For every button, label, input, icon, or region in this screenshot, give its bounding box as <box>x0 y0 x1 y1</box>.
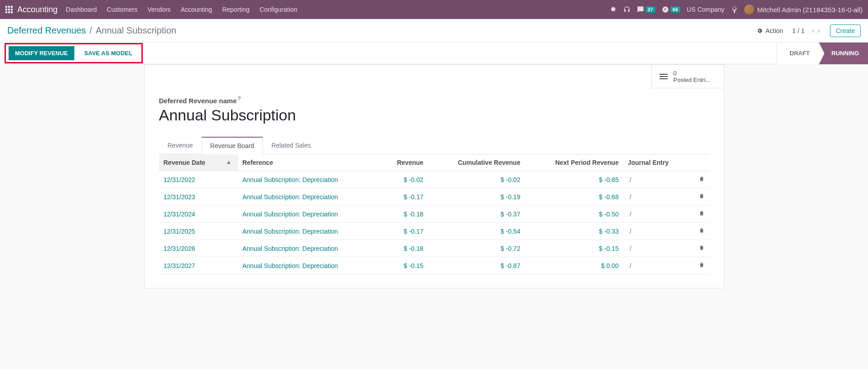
modify-revenue-button[interactable]: MODIFY REVENUE <box>9 46 74 60</box>
tools-icon[interactable] <box>731 6 738 13</box>
table-row[interactable]: 12/31/2024Annual Subscription: Depreciat… <box>159 206 709 223</box>
messages-icon[interactable]: 37 <box>637 6 655 13</box>
cell-revenue: $ -0.15 <box>380 257 428 274</box>
support-icon[interactable] <box>623 6 630 13</box>
cell-date[interactable]: 12/31/2025 <box>159 223 238 240</box>
messages-badge: 37 <box>645 6 655 13</box>
col-reference[interactable]: Reference <box>238 154 380 171</box>
cell-journal-entry[interactable]: / <box>623 240 691 257</box>
highlighted-actions: MODIFY REVENUE SAVE AS MODEL <box>5 43 143 63</box>
sort-asc-icon: ▲ <box>226 159 232 165</box>
save-as-model-button[interactable]: SAVE AS MODEL <box>78 46 139 60</box>
cell-cumulative: $ -0.19 <box>428 188 525 206</box>
svg-rect-3 <box>5 9 7 10</box>
action-dropdown[interactable]: Action <box>756 27 783 34</box>
stat-label: Posted Entri... <box>674 77 711 83</box>
table-row[interactable]: 12/31/2023Annual Subscription: Depreciat… <box>159 188 709 206</box>
cell-revenue: $ -0.18 <box>380 240 428 257</box>
tabs: Revenue Revenue Board Related Sales <box>159 137 709 154</box>
table-row[interactable]: 12/31/2027Annual Subscription: Depreciat… <box>159 257 709 274</box>
menu-customers[interactable]: Customers <box>107 6 138 13</box>
cell-journal-entry[interactable]: / <box>623 257 691 274</box>
cell-date[interactable]: 12/31/2027 <box>159 257 238 274</box>
table-row[interactable]: 12/31/2022Annual Subscription: Depreciat… <box>159 171 709 188</box>
cell-date[interactable]: 12/31/2022 <box>159 171 238 188</box>
cell-date[interactable]: 12/31/2026 <box>159 240 238 257</box>
cell-journal-entry[interactable]: / <box>623 223 691 240</box>
cell-date[interactable]: 12/31/2024 <box>159 206 238 223</box>
status-arrows: DRAFT RUNNING <box>776 43 868 64</box>
user-name: Mitchell Admin (21184353-16-0-all) <box>757 6 863 14</box>
cell-next: $ -0.33 <box>525 223 623 240</box>
delete-row-icon[interactable] <box>691 240 709 257</box>
status-draft[interactable]: DRAFT <box>776 43 819 64</box>
menu-vendors[interactable]: Vendors <box>147 6 170 13</box>
col-cumulative[interactable]: Cumulative Revenue <box>428 154 525 171</box>
company-selector[interactable]: US Company <box>687 6 724 13</box>
svg-rect-4 <box>8 9 10 10</box>
help-icon[interactable]: ? <box>238 96 241 102</box>
cell-cumulative: $ -0.72 <box>428 240 525 257</box>
cell-journal-entry[interactable]: / <box>623 188 691 206</box>
cell-revenue: $ -0.17 <box>380 223 428 240</box>
cell-cumulative: $ -0.02 <box>428 171 525 188</box>
apps-icon[interactable] <box>5 6 13 13</box>
pager-text[interactable]: 1 / 1 <box>792 27 805 34</box>
pager-prev-icon[interactable]: ‹ <box>811 26 815 35</box>
activities-icon[interactable]: 66 <box>662 6 680 13</box>
menu-reporting[interactable]: Reporting <box>222 6 250 13</box>
revenue-board-table: Revenue Date▲ Reference Revenue Cumulati… <box>159 154 709 274</box>
cell-journal-entry[interactable]: / <box>623 206 691 223</box>
nav-menu: Dashboard Customers Vendors Accounting R… <box>66 6 297 13</box>
action-label: Action <box>766 27 783 34</box>
col-next-period[interactable]: Next Period Revenue <box>525 154 623 171</box>
col-journal-entry[interactable]: Journal Entry <box>623 154 691 171</box>
col-revenue[interactable]: Revenue <box>380 154 428 171</box>
delete-row-icon[interactable] <box>691 188 709 206</box>
cell-next: $ 0.00 <box>525 257 623 274</box>
create-button[interactable]: Create <box>830 24 861 37</box>
cell-reference[interactable]: Annual Subscription: Depreciation <box>238 240 380 257</box>
posted-entries-stat[interactable]: 0 Posted Entri... <box>651 65 724 88</box>
main-navbar: Accounting Dashboard Customers Vendors A… <box>0 0 868 19</box>
cell-cumulative: $ -0.54 <box>428 223 525 240</box>
delete-row-icon[interactable] <box>691 171 709 188</box>
tab-revenue[interactable]: Revenue <box>159 137 202 154</box>
delete-row-icon[interactable] <box>691 223 709 240</box>
cell-next: $ -0.15 <box>525 240 623 257</box>
svg-rect-0 <box>5 6 7 8</box>
stat-count: 0 <box>674 70 711 77</box>
pager-next-icon[interactable]: › <box>816 26 821 35</box>
activities-badge: 66 <box>670 6 680 13</box>
cell-reference[interactable]: Annual Subscription: Depreciation <box>238 188 380 206</box>
delete-row-icon[interactable] <box>691 257 709 274</box>
cell-next: $ -0.85 <box>525 171 623 188</box>
cell-reference[interactable]: Annual Subscription: Depreciation <box>238 206 380 223</box>
debug-icon[interactable] <box>610 6 617 13</box>
svg-rect-1 <box>8 6 10 8</box>
col-revenue-date[interactable]: Revenue Date▲ <box>159 154 238 171</box>
cell-date[interactable]: 12/31/2023 <box>159 188 238 206</box>
tab-revenue-board[interactable]: Revenue Board <box>202 137 263 154</box>
cell-next: $ -0.68 <box>525 188 623 206</box>
table-row[interactable]: 12/31/2026Annual Subscription: Depreciat… <box>159 240 709 257</box>
cell-reference[interactable]: Annual Subscription: Depreciation <box>238 257 380 274</box>
cell-journal-entry[interactable]: / <box>623 171 691 188</box>
delete-row-icon[interactable] <box>691 206 709 223</box>
user-menu[interactable]: Mitchell Admin (21184353-16-0-all) <box>744 5 863 14</box>
app-brand[interactable]: Accounting <box>17 5 58 14</box>
menu-dashboard[interactable]: Dashboard <box>66 6 97 13</box>
cell-revenue: $ -0.02 <box>380 171 428 188</box>
cell-reference[interactable]: Annual Subscription: Depreciation <box>238 171 380 188</box>
table-row[interactable]: 12/31/2025Annual Subscription: Depreciat… <box>159 223 709 240</box>
tab-related-sales[interactable]: Related Sales <box>263 137 320 154</box>
svg-rect-7 <box>8 11 10 13</box>
record-label: Deferred Revenue name? <box>159 65 709 105</box>
status-running[interactable]: RUNNING <box>819 43 868 64</box>
menu-configuration[interactable]: Configuration <box>260 6 297 13</box>
breadcrumb-separator: / <box>89 25 92 36</box>
cell-reference[interactable]: Annual Subscription: Depreciation <box>238 223 380 240</box>
breadcrumb-root[interactable]: Deferred Revenues <box>7 25 86 36</box>
svg-rect-8 <box>11 11 13 13</box>
menu-accounting[interactable]: Accounting <box>181 6 212 13</box>
